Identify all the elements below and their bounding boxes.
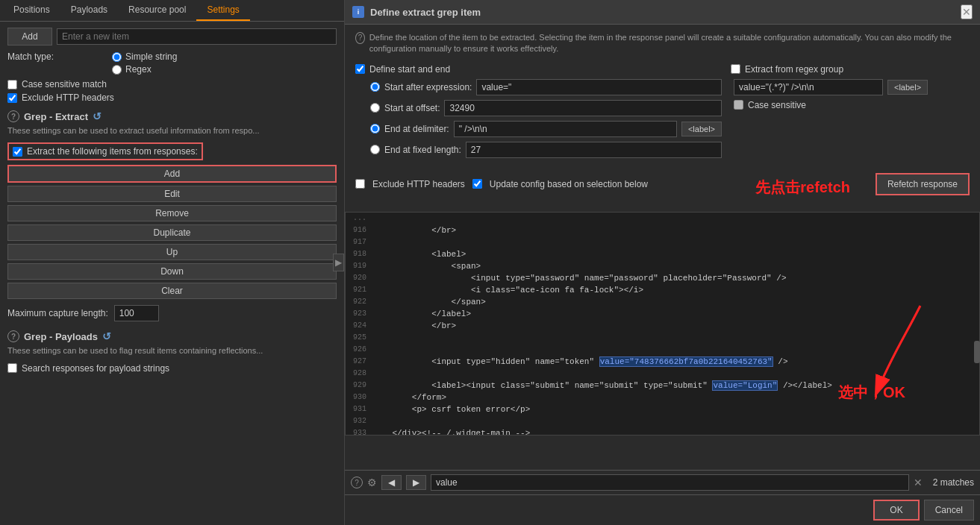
regex-input[interactable] xyxy=(734,79,883,95)
end-delimiter-row: End at delimiter: <label> xyxy=(370,121,722,137)
cancel-button[interactable]: Cancel xyxy=(924,500,974,521)
search-info-icon[interactable]: ? xyxy=(351,477,363,488)
regex-case-checkbox[interactable] xyxy=(734,100,743,110)
tab-positions[interactable]: Positions xyxy=(3,0,60,21)
match-type-section: Match type: Simple string Regex xyxy=(7,51,337,75)
grep-payloads-desc: These settings can be used to flag resul… xyxy=(7,345,337,356)
exclude-http-dialog-checkbox[interactable] xyxy=(355,179,365,189)
grep-payloads-info-icon[interactable]: ? xyxy=(7,330,19,342)
code-line-918: 918 <label> xyxy=(346,248,979,260)
extract-add-button[interactable]: Add xyxy=(7,165,337,183)
grep-extract-refresh-icon[interactable]: ↺ xyxy=(93,110,102,122)
dialog-icon: i xyxy=(352,6,364,18)
start-after-row: Start after expression: xyxy=(370,79,722,95)
regex-radio[interactable]: Regex xyxy=(112,64,177,75)
new-item-input[interactable]: Enter a new item xyxy=(57,28,337,45)
extract-checkbox[interactable] xyxy=(13,147,22,157)
update-config-label: Update config based on selection below xyxy=(490,179,648,189)
code-viewer[interactable]: ... 916 </br> 917 918 <label> 919 xyxy=(345,212,980,436)
start-after-radio[interactable] xyxy=(370,82,380,92)
refetch-button[interactable]: Refetch response xyxy=(876,173,970,195)
exclude-http-row: Exclude HTTP headers xyxy=(7,92,337,103)
grep-extract-title: Grep - Extract xyxy=(24,111,88,122)
http-refetch-area: Exclude HTTP headers Update config based… xyxy=(355,170,970,198)
regex-label-tag: <label> xyxy=(887,80,928,95)
code-line-921: 921 <i class="ace-icon fa fa-lock"></i> xyxy=(346,284,979,296)
close-search-button[interactable]: ✕ xyxy=(914,477,923,488)
max-capture-input[interactable] xyxy=(114,305,159,321)
code-line-919: 919 <span> xyxy=(346,260,979,272)
end-delimiter-input[interactable] xyxy=(454,121,677,137)
config-area: Define start and end Start after express… xyxy=(355,64,970,163)
code-line-926: 926 xyxy=(346,344,979,356)
regex-label: Regex xyxy=(125,64,152,75)
define-start-end-checkbox[interactable] xyxy=(355,64,365,74)
start-offset-radio[interactable] xyxy=(370,103,380,113)
update-config-checkbox[interactable] xyxy=(472,179,482,189)
start-after-input[interactable] xyxy=(476,79,722,95)
code-line-931: 931 <p> csrf token error</p> xyxy=(346,403,979,415)
extract-duplicate-button[interactable]: Duplicate xyxy=(7,224,337,241)
end-fixed-input[interactable] xyxy=(466,142,722,158)
max-capture-row: Maximum capture length: xyxy=(7,305,337,321)
exclude-http-checkbox[interactable] xyxy=(7,93,17,103)
grep-extract-info-icon[interactable]: ? xyxy=(7,110,19,122)
ok-button[interactable]: OK xyxy=(873,500,919,521)
end-delimiter-label: End at delimiter: xyxy=(384,124,449,134)
search-input[interactable] xyxy=(431,474,909,491)
code-line-ellipsis: ... xyxy=(346,213,979,224)
extract-edit-button[interactable]: Edit xyxy=(7,186,337,202)
extract-clear-button[interactable]: Clear xyxy=(7,283,337,299)
code-line-922: 922 </span> xyxy=(346,296,979,308)
start-offset-input[interactable] xyxy=(444,100,722,116)
exclude-http-dialog-label: Exclude HTTP headers xyxy=(372,179,465,189)
code-line-932: 932 xyxy=(346,415,979,427)
dialog-close-button[interactable]: ✕ xyxy=(961,4,973,19)
code-line-925: 925 xyxy=(346,332,979,344)
collapse-arrow[interactable]: ▶ xyxy=(333,254,344,271)
code-line-930: 930 </form> xyxy=(346,392,979,403)
grep-extract-header: ? Grep - Extract ↺ xyxy=(7,110,337,122)
search-next-button[interactable]: ▶ xyxy=(406,475,426,490)
extract-down-button[interactable]: Down xyxy=(7,263,337,280)
exclude-http-label: Exclude HTTP headers xyxy=(22,92,114,103)
end-fixed-radio[interactable] xyxy=(370,145,380,154)
tab-settings[interactable]: Settings xyxy=(196,0,249,21)
match-type-label: Match type: xyxy=(7,51,54,62)
define-start-end-row: Define start and end xyxy=(355,64,722,75)
search-responses-checkbox[interactable] xyxy=(7,363,17,373)
end-fixed-label: End at fixed length: xyxy=(384,145,461,155)
end-delimiter-tag: <label> xyxy=(681,122,722,136)
extract-up-button[interactable]: Up xyxy=(7,244,337,260)
config-left: Define start and end Start after express… xyxy=(355,64,722,163)
regex-input-row: <label> xyxy=(734,79,970,95)
search-gear-icon[interactable]: ⚙ xyxy=(367,477,377,488)
tab-payloads[interactable]: Payloads xyxy=(60,0,118,21)
tab-bar: Positions Payloads Resource pool Setting… xyxy=(0,0,344,22)
search-responses-row: Search responses for payload strings xyxy=(7,363,337,374)
simple-string-radio[interactable]: Simple string xyxy=(112,51,177,62)
add-button-top[interactable]: Add xyxy=(7,28,52,45)
dialog-desc: ? Define the location of the item to be … xyxy=(355,32,970,55)
grep-payloads-refresh-icon[interactable]: ↺ xyxy=(102,330,111,342)
code-line-924: 924 </br> xyxy=(346,320,979,332)
code-line-933: 933 </div><!-- /.widget-main --> xyxy=(346,427,979,436)
grep-extract-desc: These settings can be used to extract us… xyxy=(7,125,337,136)
case-sensitive-checkbox[interactable] xyxy=(7,80,17,89)
http-row: Exclude HTTP headers Update config based… xyxy=(355,170,970,198)
dialog-desc-info-icon[interactable]: ? xyxy=(355,32,365,44)
end-delimiter-radio[interactable] xyxy=(370,124,380,133)
simple-string-label: Simple string xyxy=(125,51,177,62)
extract-remove-button[interactable]: Remove xyxy=(7,205,337,221)
scrollbar-thumb xyxy=(974,341,980,363)
search-prev-button[interactable]: ◀ xyxy=(381,475,402,490)
tab-resource-pool[interactable]: Resource pool xyxy=(118,0,196,21)
extract-regex-checkbox[interactable] xyxy=(731,64,740,74)
start-offset-row: Start at offset: xyxy=(370,100,722,116)
grep-payloads-header: ? Grep - Payloads ↺ xyxy=(7,330,337,342)
left-panel: Positions Payloads Resource pool Setting… xyxy=(0,0,345,525)
grep-payloads-title: Grep - Payloads xyxy=(24,331,98,342)
config-right: Extract from regex group <label> Case se… xyxy=(731,64,970,163)
start-after-label: Start after expression: xyxy=(384,82,472,92)
extract-checkbox-label: Extract the following items from respons… xyxy=(27,146,198,157)
